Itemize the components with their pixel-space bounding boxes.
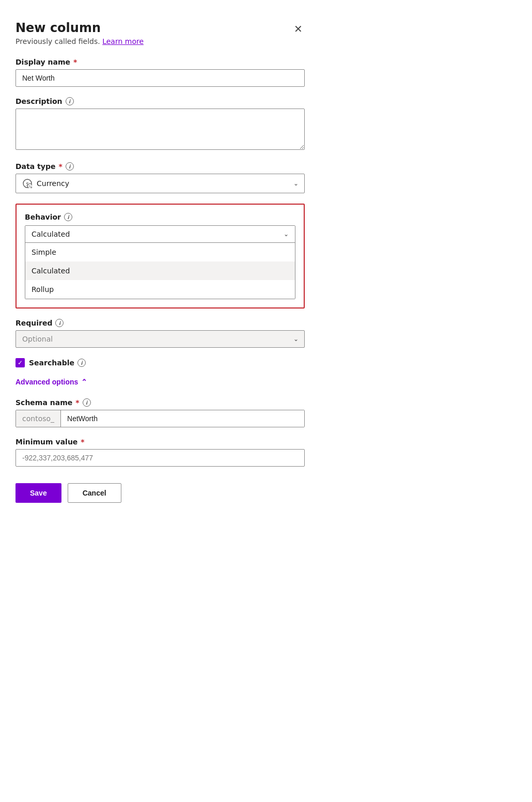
save-button[interactable]: Save: [15, 483, 61, 503]
behavior-selected[interactable]: Calculated ⌄: [25, 226, 295, 243]
data-type-value: Currency: [37, 179, 69, 188]
schema-name-info-icon: i: [83, 398, 91, 407]
close-button[interactable]: ✕: [292, 21, 305, 37]
panel-subtitle: Previously called fields. Learn more: [15, 37, 305, 45]
description-label: Description i: [15, 97, 305, 105]
minimum-value-input[interactable]: [15, 449, 305, 467]
behavior-option-simple[interactable]: Simple: [25, 243, 295, 261]
required-select[interactable]: Optional ⌄: [15, 330, 305, 348]
data-type-group: Data type * i $ ↻ Currency ⌄: [15, 162, 305, 193]
display-name-label: Display name *: [15, 58, 305, 66]
data-type-label: Data type * i: [15, 162, 305, 171]
required-selected-display[interactable]: Optional: [15, 330, 305, 348]
searchable-info-icon: i: [77, 359, 86, 367]
minimum-value-label: Minimum value *: [15, 438, 305, 446]
schema-name-group: Schema name * i contoso_: [15, 398, 305, 427]
panel-title: New column: [15, 21, 305, 35]
schema-name-label: Schema name * i: [15, 398, 305, 407]
behavior-label: Behavior i: [25, 213, 295, 221]
data-type-required-star: *: [58, 162, 62, 171]
display-name-group: Display name *: [15, 58, 305, 87]
behavior-chevron-icon: ⌄: [284, 230, 289, 238]
minimum-value-group: Minimum value *: [15, 438, 305, 467]
subtitle-text: Previously called fields.: [15, 37, 100, 45]
advanced-options-chevron-icon: ⌃: [81, 378, 87, 386]
schema-name-input[interactable]: [61, 410, 304, 427]
minimum-value-required-star: *: [81, 438, 84, 446]
checkmark-icon: ✓: [18, 360, 23, 366]
currency-icon: $ ↻: [22, 178, 33, 189]
schema-name-required-star: *: [75, 398, 79, 407]
required-field-group: Required i Optional ⌄: [15, 319, 305, 348]
required-value: Optional: [22, 335, 53, 343]
behavior-selected-value: Calculated: [32, 230, 70, 238]
new-column-panel: ✕ New column Previously called fields. L…: [15, 21, 305, 503]
svg-text:↻: ↻: [29, 185, 32, 188]
behavior-option-rollup[interactable]: Rollup: [25, 280, 295, 299]
searchable-row: ✓ Searchable i: [15, 358, 305, 367]
searchable-label: Searchable i: [29, 359, 86, 367]
behavior-options-list: Simple Calculated Rollup: [25, 243, 295, 299]
searchable-checkbox[interactable]: ✓: [15, 358, 25, 367]
learn-more-link[interactable]: Learn more: [102, 37, 144, 45]
behavior-option-calculated[interactable]: Calculated: [25, 261, 295, 280]
required-field-label: Required i: [15, 319, 305, 327]
behavior-dropdown[interactable]: Calculated ⌄ Simple Calculated Rollup: [25, 225, 295, 299]
schema-prefix: contoso_: [16, 410, 61, 427]
behavior-section: Behavior i Calculated ⌄ Simple Calculate…: [15, 204, 305, 309]
required-info-icon: i: [55, 319, 64, 327]
button-row: Save Cancel: [15, 483, 305, 503]
data-type-select[interactable]: $ ↻ Currency ⌄: [15, 174, 305, 193]
description-input[interactable]: [15, 109, 305, 150]
data-type-info-icon: i: [66, 162, 74, 171]
advanced-options-toggle[interactable]: Advanced options ⌃: [15, 378, 87, 386]
behavior-info-icon: i: [64, 213, 72, 221]
schema-name-input-row: contoso_: [15, 410, 305, 427]
description-info-icon: i: [66, 97, 74, 105]
panel-header: New column Previously called fields. Lea…: [15, 21, 305, 45]
required-star: *: [73, 58, 77, 66]
data-type-selected-display[interactable]: $ ↻ Currency: [15, 174, 305, 193]
cancel-button[interactable]: Cancel: [68, 483, 121, 503]
description-group: Description i: [15, 97, 305, 152]
display-name-input[interactable]: [15, 69, 305, 87]
